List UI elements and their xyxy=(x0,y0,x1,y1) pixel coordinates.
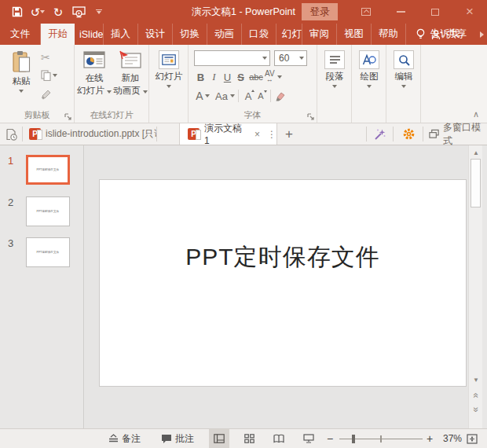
tab-design[interactable]: 设计 xyxy=(138,24,173,45)
recent-files-button[interactable] xyxy=(0,123,22,145)
new-slide-button[interactable]: 幻灯片 xyxy=(152,50,186,88)
normal-view-button[interactable] xyxy=(209,429,229,448)
zoom-level-value: 37% xyxy=(443,433,462,444)
settings-button[interactable] xyxy=(396,123,421,145)
zoom-out-button[interactable]: − xyxy=(327,429,333,448)
slide-canvas[interactable]: PPT定时保存文件 xyxy=(99,179,467,387)
chevron-down-icon xyxy=(230,94,235,97)
scissors-icon: ✂ xyxy=(41,51,50,64)
grow-font-button[interactable]: A xyxy=(242,90,254,102)
font-dialog-launcher[interactable] xyxy=(307,113,314,120)
shrink-font-button[interactable]: A xyxy=(254,91,267,101)
text-shadow-button[interactable]: S xyxy=(234,72,247,83)
tab-home[interactable]: 开始 xyxy=(41,24,75,45)
minimize-button[interactable] xyxy=(383,0,418,24)
slideshow-view-button[interactable] xyxy=(298,429,319,448)
slide-thumbnail-3[interactable]: 3 PPT定时保存文件 xyxy=(0,236,84,269)
window-title: 演示文稿1 - PowerPoint xyxy=(192,6,295,19)
vertical-scrollbar[interactable]: ▲ ▼ « » xyxy=(468,145,482,428)
drawing-label: 绘图 xyxy=(361,71,379,82)
tab-view[interactable]: 视图 xyxy=(337,24,372,45)
underline-button[interactable]: U xyxy=(221,72,234,83)
collapse-ribbon-button[interactable]: ∧ xyxy=(473,109,479,119)
divider xyxy=(270,90,271,102)
new-animation-page-button[interactable]: 新加 动画页 xyxy=(112,50,148,97)
tab-help[interactable]: 帮助 xyxy=(372,24,406,45)
close-button[interactable]: × xyxy=(452,0,487,24)
copy-button[interactable] xyxy=(41,70,57,81)
tab-review[interactable]: 审阅 xyxy=(302,24,337,45)
change-case-button[interactable]: Aa xyxy=(213,90,230,102)
share-button[interactable]: 共享 xyxy=(431,24,467,45)
notes-button[interactable]: 备注 xyxy=(108,429,141,448)
scrollbar-thumb[interactable] xyxy=(471,159,481,207)
zoom-level-button[interactable]: 37% xyxy=(435,429,462,448)
multi-window-icon xyxy=(429,129,439,139)
slide-thumbnail-2[interactable]: 2 PPT定时保存文件 xyxy=(0,195,84,228)
scroll-up-button[interactable]: ▲ xyxy=(469,147,483,159)
zoom-in-button[interactable]: + xyxy=(427,429,433,448)
chevron-down-icon xyxy=(53,74,57,77)
redo-button[interactable]: ↻ xyxy=(50,3,66,20)
bold-button[interactable]: B xyxy=(194,72,207,83)
magic-wand-icon xyxy=(374,128,386,141)
save-button[interactable] xyxy=(9,3,25,20)
paragraph-button[interactable]: 段落 xyxy=(320,50,350,88)
editing-button[interactable]: 编辑 xyxy=(389,50,419,88)
undo-button[interactable]: ↺ xyxy=(30,3,46,20)
online-slides-button[interactable]: 在线 幻灯片 xyxy=(77,50,112,97)
document-tab-active[interactable]: P 演示文稿1 × ⋮ xyxy=(179,123,277,145)
font-size-combobox[interactable]: 60 xyxy=(274,50,307,66)
thumbnail-title-text: PPT定时保存文件 xyxy=(37,167,60,171)
clipboard-dialog-launcher[interactable] xyxy=(64,113,71,120)
document-tab-islide[interactable]: P islide-introduction.pptx [只读] xyxy=(23,123,156,145)
ribbon-display-options-button[interactable] xyxy=(349,0,383,24)
strikethrough-button[interactable]: abc xyxy=(247,72,265,82)
drawing-button[interactable]: 绘图 xyxy=(354,50,384,88)
maximize-button[interactable] xyxy=(418,0,452,24)
next-slide-button[interactable]: » xyxy=(469,403,483,415)
new-document-tab-button[interactable]: + xyxy=(281,123,297,145)
start-slideshow-button[interactable] xyxy=(71,3,86,20)
magic-wand-button[interactable] xyxy=(369,123,391,145)
ribbon: 粘贴 ✂ 剪贴板 在线 幻灯片 xyxy=(0,45,487,123)
ppt-letter: P xyxy=(191,130,196,138)
slide-title-text[interactable]: PPT定时保存文件 xyxy=(100,180,466,274)
comments-button[interactable]: 批注 xyxy=(161,429,194,448)
tab-overflow-arrow-icon[interactable] xyxy=(480,31,484,38)
format-painter-button[interactable] xyxy=(41,89,52,100)
tab-transitions[interactable]: 切换 xyxy=(173,24,207,45)
paste-button[interactable]: 粘贴 xyxy=(6,50,36,93)
slide-thumbnail-1[interactable]: 1 PPT定时保存文件 xyxy=(0,153,84,189)
tab-more-icon[interactable]: ⋮ xyxy=(267,129,276,140)
zoom-slider-thumb[interactable] xyxy=(352,435,355,443)
italic-button[interactable]: I xyxy=(207,71,221,83)
new-slide-label: 幻灯片 xyxy=(156,71,183,82)
multi-window-mode-button[interactable]: 多窗口模式 xyxy=(429,123,487,145)
character-spacing-button[interactable]: AV ↔ xyxy=(265,71,275,83)
fit-slide-to-window-button[interactable] xyxy=(467,429,478,448)
drawing-iconbox xyxy=(359,50,379,69)
tab-slideshow[interactable]: 幻灯片 xyxy=(276,24,302,45)
close-document-icon[interactable]: × xyxy=(254,129,260,140)
scroll-down-button[interactable]: ▼ xyxy=(469,374,483,386)
font-name-combobox[interactable] xyxy=(194,50,270,66)
font-color-button[interactable]: A xyxy=(194,90,205,102)
cut-button[interactable]: ✂ xyxy=(41,51,50,64)
slide-sorter-view-button[interactable] xyxy=(239,429,259,448)
tab-insert[interactable]: 插入 xyxy=(104,24,138,45)
tab-animations[interactable]: 动画 xyxy=(207,24,242,45)
quick-access-toolbar: ↺ ↻ xyxy=(0,3,107,20)
previous-slide-button[interactable]: « xyxy=(469,389,483,401)
slide-number: 1 xyxy=(8,155,13,167)
tab-islide[interactable]: iSlide xyxy=(75,24,104,45)
login-button[interactable]: 登录 xyxy=(302,3,338,20)
customize-qat-button[interactable] xyxy=(91,3,107,20)
plus-icon: + xyxy=(427,432,433,445)
tab-koudai[interactable]: 口袋 xyxy=(242,24,276,45)
format-painter-icon xyxy=(41,89,52,100)
reading-view-button[interactable] xyxy=(269,429,289,448)
clear-formatting-button[interactable] xyxy=(274,91,285,101)
tab-file[interactable]: 文件 xyxy=(0,24,41,45)
paragraph-label: 段落 xyxy=(326,71,344,82)
